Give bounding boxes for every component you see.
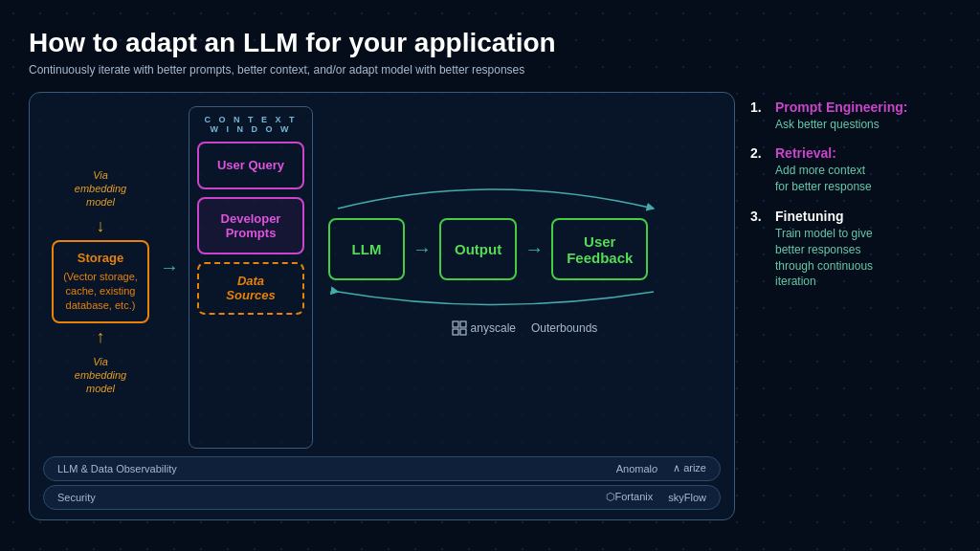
right-item-3: 3. Finetuning Train model to givebetter …: [750, 209, 951, 290]
item-3-text: Finetuning Train model to givebetter res…: [775, 209, 951, 290]
right-item-1: 1. Prompt Engineering: Ask better questi…: [750, 99, 951, 133]
context-window: C O N T E X TW I N D O W User Query Deve…: [189, 106, 313, 449]
diagram-container: Viaembeddingmodel ↓ Storage (Vector stor…: [29, 92, 735, 520]
svg-rect-0: [453, 321, 458, 327]
developer-prompts-text: DeveloperPrompts: [221, 211, 281, 240]
observability-brands: Anomalo ∧ arize: [616, 462, 706, 474]
diagram-body: Viaembeddingmodel ↓ Storage (Vector stor…: [43, 106, 721, 449]
outerbounds-logo: Outerbounds: [531, 321, 597, 335]
bottom-arrow-svg: [328, 284, 721, 313]
arrow-storage-context: →: [160, 256, 179, 278]
anyscale-icon: [452, 320, 467, 336]
svg-rect-2: [453, 329, 458, 335]
item-2-number: 2.: [750, 145, 768, 195]
observability-bar: LLM & Data Observability Anomalo ∧ arize: [43, 456, 721, 481]
anomalo-brand: Anomalo: [616, 463, 657, 474]
main-layout: Viaembeddingmodel ↓ Storage (Vector stor…: [29, 92, 951, 520]
context-label: C O N T E X TW I N D O W: [204, 115, 297, 134]
svg-rect-1: [460, 321, 466, 327]
security-bar: Security ⬡Fortanix skyFlow: [43, 485, 721, 510]
arrow-down-top: ↓: [97, 216, 105, 236]
storage-desc: (Vector storage,cache, existingdatabase,…: [63, 270, 138, 314]
item-3-number: 3.: [750, 209, 768, 290]
skyflow-brand: skyFlow: [668, 492, 706, 503]
item-2-heading: Retrieval:: [775, 145, 951, 161]
bottom-bars: LLM & Data Observability Anomalo ∧ arize…: [43, 456, 721, 510]
security-brands: ⬡Fortanix skyFlow: [606, 491, 706, 503]
top-arrow-svg: [328, 189, 721, 237]
user-feedback-text: UserFeedback: [567, 233, 633, 266]
storage-section: Viaembeddingmodel ↓ Storage (Vector stor…: [43, 106, 158, 449]
logos-row: anyscale Outerbounds: [452, 320, 598, 336]
storage-box: Storage (Vector storage,cache, existingd…: [52, 240, 149, 322]
item-1-text: Prompt Engineering: Ask better questions: [775, 99, 951, 133]
data-sources-box: DataSources: [197, 262, 304, 315]
llm-section: LLM → Output → UserFeedback: [328, 106, 721, 449]
item-1-desc: Ask better questions: [775, 117, 951, 133]
embedding-label-bottom: Viaembeddingmodel: [75, 355, 126, 396]
data-sources-text: DataSources: [226, 274, 275, 302]
user-query-box: User Query: [197, 142, 304, 189]
observability-label: LLM & Data Observability: [57, 463, 177, 474]
page-subtitle: Continuously iterate with better prompts…: [29, 63, 951, 77]
item-1-heading: Prompt Engineering:: [775, 99, 951, 115]
security-label: Security: [57, 492, 96, 503]
arrow-up-bottom: ↑: [97, 327, 105, 347]
item-2-text: Retrieval: Add more contextfor better re…: [775, 145, 951, 195]
item-3-desc: Train model to givebetter responsesthrou…: [775, 226, 951, 290]
page-title: How to adapt an LLM for your application: [29, 27, 951, 59]
embedding-label-top: Viaembeddingmodel: [75, 168, 126, 209]
arrow-output-feedback: →: [524, 238, 544, 260]
developer-prompts-box: DeveloperPrompts: [197, 197, 304, 254]
item-2-desc: Add more contextfor better response: [775, 163, 951, 195]
anyscale-logo: anyscale: [452, 320, 516, 336]
storage-title: Storage: [63, 250, 138, 267]
right-item-2: 2. Retrieval: Add more contextfor better…: [750, 145, 951, 195]
page-content: How to adapt an LLM for your application…: [0, 0, 980, 551]
svg-rect-3: [460, 329, 466, 335]
llm-chain-wrapper: LLM → Output → UserFeedback: [328, 218, 721, 317]
item-1-number: 1.: [750, 99, 768, 133]
right-panel: 1. Prompt Engineering: Ask better questi…: [750, 92, 951, 520]
arrow-llm-output: →: [412, 238, 432, 260]
arize-brand: ∧ arize: [673, 462, 706, 474]
item-3-heading: Finetuning: [775, 209, 951, 224]
fortanix-brand: ⬡Fortanix: [606, 491, 654, 503]
